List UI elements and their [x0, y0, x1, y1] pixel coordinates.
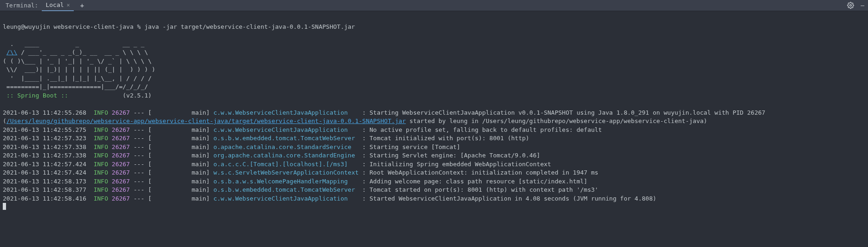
timestamp: 2021-06-13 11:42:58.377 [3, 186, 94, 193]
log-level: INFO [94, 161, 112, 168]
spring-ascii: . ____ _ __ _ _ /\\ / ___'_ __ _ _(_)_ _… [3, 40, 155, 91]
gear-icon[interactable] [847, 2, 854, 9]
pid: 26267 [112, 169, 130, 176]
log-row: 2021-06-13 11:42:55.268 INFO 26267 --- [… [3, 109, 865, 126]
message: : Tomcat initialized with port(s): 8001 … [359, 135, 529, 142]
tab-local[interactable]: Local × [42, 0, 73, 11]
timestamp: 2021-06-13 11:42:58.416 [3, 195, 94, 202]
thread: --- [ main] [130, 195, 213, 202]
message: : No active profile set, falling back to… [359, 126, 602, 133]
prompt-line: leung@wuyujin webservice-client-java % j… [3, 23, 355, 30]
pid: 26267 [112, 186, 130, 193]
pid: 26267 [112, 135, 130, 142]
log-row: 2021-06-13 11:42:57.338 INFO 26267 --- [… [3, 143, 865, 152]
spring-boot-banner: :: Spring Boot :: (v2.5.1) [3, 92, 152, 99]
log-row: 2021-06-13 11:42:58.377 INFO 26267 --- [… [3, 186, 865, 195]
log-level: INFO [94, 169, 112, 176]
logger: o.s.b.w.embedded.tomcat.TomcatWebServer [213, 186, 359, 193]
logger: o.a.c.c.C.[Tomcat].[localhost].[/ms3] [213, 161, 359, 168]
thread: --- [ main] [130, 152, 213, 159]
thread: --- [ main] [130, 143, 213, 150]
thread: --- [ main] [130, 109, 213, 116]
thread: --- [ main] [130, 135, 213, 142]
log-level: INFO [94, 186, 112, 193]
log-level: INFO [94, 126, 112, 133]
pid: 26267 [112, 126, 130, 133]
message: : Initializing Spring embedded WebApplic… [359, 161, 551, 168]
logger: org.apache.catalina.core.StandardEngine [213, 152, 359, 159]
thread: --- [ main] [130, 126, 213, 133]
log-level: INFO [94, 109, 112, 116]
pid: 26267 [112, 152, 130, 159]
pid: 26267 [112, 109, 130, 116]
log-row: 2021-06-13 11:42:57.424 INFO 26267 --- [… [3, 160, 865, 169]
timestamp: 2021-06-13 11:42:55.268 [3, 109, 94, 116]
log-level: INFO [94, 135, 112, 142]
logger: c.w.w.WebserviceClientJavaApplication [213, 109, 359, 116]
message: started by leung in /Users/leung/githubr… [406, 117, 707, 124]
logger: o.s.b.w.embedded.tomcat.TomcatWebServer [213, 135, 359, 142]
log-level: INFO [94, 195, 112, 202]
log-row: 2021-06-13 11:42:57.323 INFO 26267 --- [… [3, 134, 865, 143]
timestamp: 2021-06-13 11:42:55.275 [3, 126, 94, 133]
thread: --- [ main] [130, 186, 213, 193]
message: : Started WebserviceClientJavaApplicatio… [359, 195, 656, 202]
message: : Starting Servlet engine: [Apache Tomca… [359, 152, 540, 159]
jar-path-link[interactable]: /Users/leung/githubrepo/webservice-app/w… [6, 117, 406, 124]
timestamp: 2021-06-13 11:42:57.338 [3, 152, 94, 159]
logger: c.w.w.WebserviceClientJavaApplication [213, 126, 359, 133]
message: : Adding welcome page: class path resour… [359, 178, 587, 185]
log-row: 2021-06-13 11:42:57.338 INFO 26267 --- [… [3, 151, 865, 160]
logger: c.w.w.WebserviceClientJavaApplication [213, 195, 359, 202]
message: : Tomcat started on port(s): 8001 (http)… [359, 186, 598, 193]
ascii-link[interactable]: /\\ [6, 49, 17, 56]
minimize-icon[interactable]: — [861, 2, 864, 9]
logger: o.s.b.a.w.s.WelcomePageHandlerMapping [213, 178, 359, 185]
timestamp: 2021-06-13 11:42:58.173 [3, 178, 94, 185]
log-level: INFO [94, 143, 112, 150]
pid: 26267 [112, 161, 130, 168]
add-tab-button[interactable]: + [76, 2, 89, 9]
log-level: INFO [94, 152, 112, 159]
terminal-title: Terminal: [4, 2, 40, 9]
timestamp: 2021-06-13 11:42:57.323 [3, 135, 94, 142]
tab-label: Local [45, 1, 64, 8]
message: : Starting service [Tomcat] [359, 143, 460, 150]
pid: 26267 [112, 178, 130, 185]
cursor [3, 203, 6, 210]
log-row: 2021-06-13 11:42:55.275 INFO 26267 --- [… [3, 126, 865, 135]
message: : Root WebApplicationContext: initializa… [359, 169, 598, 176]
pid: 26267 [112, 143, 130, 150]
thread: --- [ main] [130, 178, 213, 185]
pid: 26267 [112, 195, 130, 202]
logger: o.apache.catalina.core.StandardService [213, 143, 359, 150]
logger: w.s.c.ServletWebServerApplicationContext [213, 169, 359, 176]
log-level: INFO [94, 178, 112, 185]
terminal-output[interactable]: leung@wuyujin webservice-client-java % j… [0, 11, 868, 214]
thread: --- [ main] [130, 161, 213, 168]
log-row: 2021-06-13 11:42:57.424 INFO 26267 --- [… [3, 169, 865, 177]
timestamp: 2021-06-13 11:42:57.424 [3, 161, 94, 168]
close-icon[interactable]: × [67, 2, 70, 8]
timestamp: 2021-06-13 11:42:57.424 [3, 169, 94, 176]
log-row: 2021-06-13 11:42:58.416 INFO 26267 --- [… [3, 195, 865, 203]
terminal-header: Terminal: Local × + — [0, 0, 868, 11]
thread: --- [ main] [130, 169, 213, 176]
log-row: 2021-06-13 11:42:58.173 INFO 26267 --- [… [3, 177, 865, 186]
timestamp: 2021-06-13 11:42:57.338 [3, 143, 94, 150]
svg-point-0 [850, 5, 852, 6]
